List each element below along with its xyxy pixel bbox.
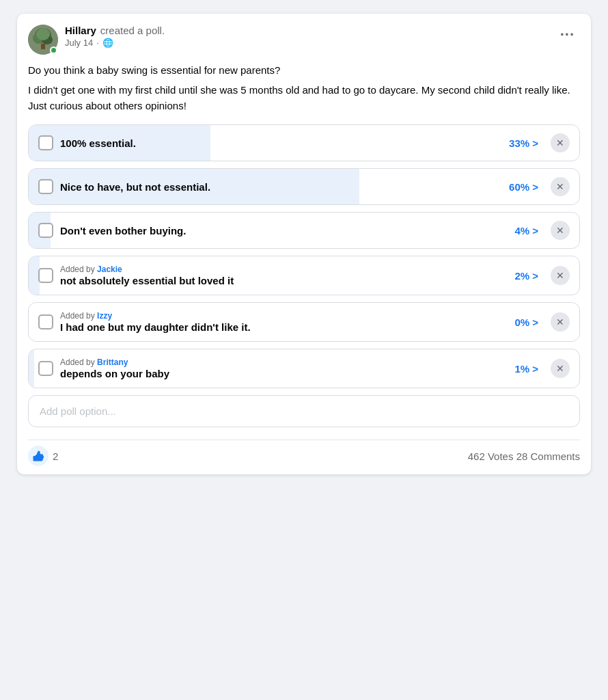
- header-info: Hillary created a poll. July 14 · 🌐: [65, 25, 165, 48]
- post-header: Hillary created a poll. July 14 · 🌐 ···: [28, 25, 580, 55]
- globe-icon: 🌐: [102, 38, 113, 48]
- added-by-name: Jackie: [97, 265, 122, 274]
- poll-checkbox[interactable]: [38, 135, 53, 150]
- more-options-button[interactable]: ···: [555, 25, 580, 45]
- option-label-wrap: 100% essential.: [60, 137, 502, 149]
- added-by: Added by Brittany: [60, 358, 508, 367]
- option-percentage[interactable]: 4% >: [514, 225, 538, 237]
- option-label-wrap: Added by Jackienot absolutely essential …: [60, 265, 508, 286]
- like-icon: [32, 450, 44, 462]
- added-by-name: Brittany: [97, 358, 128, 367]
- option-label: Don't even bother buying.: [60, 225, 508, 237]
- added-by: Added by Jackie: [60, 265, 508, 274]
- poll-option[interactable]: Nice to have, but not essential.60% >✕: [28, 168, 580, 205]
- poll-option-inner: Nice to have, but not essential.60% >: [38, 179, 538, 194]
- svg-rect-4: [41, 44, 45, 49]
- option-percentage[interactable]: 0% >: [514, 317, 538, 328]
- option-label: not absolutely essential but loved it: [60, 275, 508, 286]
- meta-row: July 14 · 🌐: [65, 38, 165, 48]
- remove-option-button[interactable]: ✕: [551, 359, 570, 378]
- poll-option[interactable]: Added by IzzyI had one but my daughter d…: [28, 302, 580, 342]
- poll-checkbox[interactable]: [38, 268, 53, 283]
- poll-option-inner: Added by Brittanydepends on your baby1% …: [38, 358, 538, 379]
- poll-option-inner: 100% essential.33% >: [38, 135, 538, 150]
- poll-option[interactable]: Added by Brittanydepends on your baby1% …: [28, 349, 580, 388]
- option-label-wrap: Nice to have, but not essential.: [60, 181, 502, 193]
- poll-option-inner: Added by IzzyI had one but my daughter d…: [38, 311, 538, 333]
- svg-point-5: [36, 28, 50, 40]
- action-text: created a poll.: [100, 25, 165, 36]
- like-count: 2: [53, 450, 58, 462]
- poll-question: Do you think a baby swing is essential f…: [28, 63, 580, 77]
- option-label-wrap: Don't even bother buying.: [60, 225, 508, 237]
- add-poll-option-input[interactable]: [28, 395, 580, 427]
- poll-option-inner: Don't even bother buying.4% >: [38, 223, 538, 238]
- footer-left: 2: [28, 446, 58, 466]
- poll-checkbox[interactable]: [38, 361, 53, 376]
- votes-comments: 462 Votes 28 Comments: [468, 450, 580, 462]
- option-label-wrap: Added by IzzyI had one but my daughter d…: [60, 311, 508, 333]
- poll-option[interactable]: 100% essential.33% >✕: [28, 124, 580, 161]
- option-percentage[interactable]: 60% >: [509, 181, 538, 193]
- option-label-wrap: Added by Brittanydepends on your baby: [60, 358, 508, 379]
- post-body: I didn't get one with my first child unt…: [28, 83, 580, 113]
- remove-option-button[interactable]: ✕: [551, 221, 570, 240]
- post-footer: 2 462 Votes 28 Comments: [28, 440, 580, 466]
- post-card: Hillary created a poll. July 14 · 🌐 ··· …: [17, 14, 591, 474]
- post-date: July 14: [65, 38, 93, 48]
- online-indicator: [50, 46, 57, 54]
- header-left: Hillary created a poll. July 14 · 🌐: [28, 25, 165, 55]
- remove-option-button[interactable]: ✕: [551, 312, 570, 332]
- remove-option-button[interactable]: ✕: [551, 266, 570, 285]
- avatar-wrap: [28, 25, 58, 55]
- poll-option[interactable]: Don't even bother buying.4% >✕: [28, 212, 580, 249]
- remove-option-button[interactable]: ✕: [551, 133, 570, 152]
- poll-fill-bar: [29, 349, 34, 388]
- option-percentage[interactable]: 2% >: [514, 270, 538, 282]
- option-percentage[interactable]: 1% >: [514, 363, 538, 375]
- separator: ·: [96, 38, 99, 48]
- added-by-name: Izzy: [97, 311, 112, 321]
- like-button[interactable]: [28, 446, 49, 466]
- added-by: Added by Izzy: [60, 311, 508, 321]
- poll-checkbox[interactable]: [38, 179, 53, 194]
- option-label: Nice to have, but not essential.: [60, 181, 502, 193]
- poll-options-list: 100% essential.33% >✕Nice to have, but n…: [28, 124, 580, 388]
- poll-checkbox[interactable]: [38, 223, 53, 238]
- user-name: Hillary: [65, 25, 96, 36]
- poll-option[interactable]: Added by Jackienot absolutely essential …: [28, 256, 580, 295]
- remove-option-button[interactable]: ✕: [551, 177, 570, 196]
- option-label: I had one but my daughter didn't like it…: [60, 321, 508, 333]
- option-label: 100% essential.: [60, 137, 502, 149]
- name-row: Hillary created a poll.: [65, 25, 165, 36]
- option-label: depends on your baby: [60, 368, 508, 379]
- poll-option-inner: Added by Jackienot absolutely essential …: [38, 265, 538, 286]
- poll-checkbox[interactable]: [38, 314, 53, 329]
- option-percentage[interactable]: 33% >: [509, 137, 538, 149]
